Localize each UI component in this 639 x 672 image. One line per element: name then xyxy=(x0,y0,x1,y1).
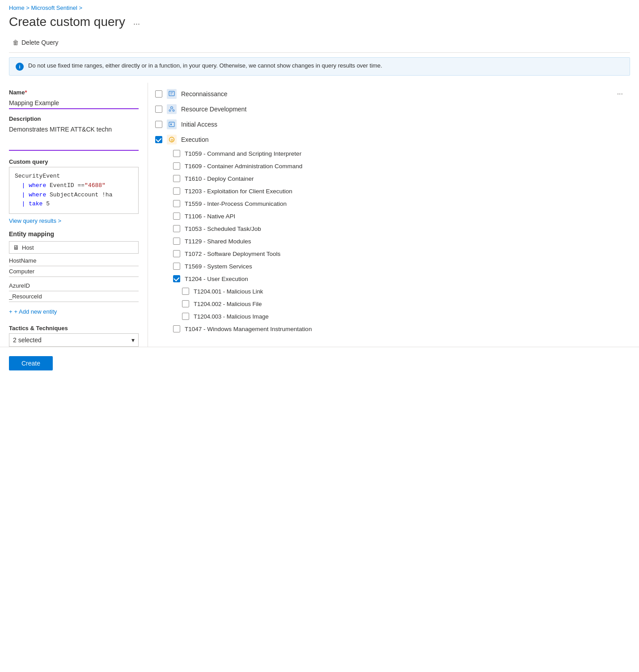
breadcrumb-sep1: > xyxy=(26,4,30,11)
checkbox-t1106[interactable] xyxy=(173,213,180,220)
info-icon: i xyxy=(16,63,24,71)
code-line-1: SecurityEvent xyxy=(15,172,133,181)
list-item-t1129: T1129 - Shared Modules xyxy=(148,235,630,247)
entity-type-host: Host xyxy=(22,244,34,251)
add-entity-button[interactable]: + + Add new entity xyxy=(9,306,57,318)
checkbox-t1203[interactable] xyxy=(173,187,180,195)
svg-point-4 xyxy=(169,110,171,111)
t1072-label: T1072 - Software Deployment Tools xyxy=(185,251,280,257)
checkbox-initial-access[interactable] xyxy=(155,121,162,128)
checkbox-t1204-002[interactable] xyxy=(182,300,189,307)
name-label: Name* xyxy=(9,89,139,96)
code-line-2: | where EventID == "4688" xyxy=(15,181,133,191)
page-header: Create custom query ... xyxy=(0,13,639,34)
info-banner: i Do not use fixed time ranges, either d… xyxy=(9,57,630,76)
add-entity-icon: + xyxy=(9,308,13,315)
list-item-t1610: T1610 - Deploy Container xyxy=(148,172,630,185)
breadcrumb-home[interactable]: Home xyxy=(9,4,25,11)
t1204-002-label: T1204.002 - Malicious File xyxy=(194,301,262,307)
custom-query-label: Custom query xyxy=(9,158,139,165)
t1203-label: T1203 - Exploitation for Client Executio… xyxy=(185,188,292,195)
list-item-t1204-003: T1204.003 - Malicious Image xyxy=(148,310,630,323)
list-item-recon: Reconnaissance ··· xyxy=(148,86,630,102)
list-item-t1609: T1609 - Container Administration Command xyxy=(148,160,630,172)
checkbox-resource-dev[interactable] xyxy=(155,106,162,113)
view-results-link[interactable]: View query results > xyxy=(9,217,61,224)
t1059-label: T1059 - Command and Scripting Interprete… xyxy=(185,150,301,157)
checkbox-t1204-003[interactable] xyxy=(182,313,189,320)
checkbox-t1053[interactable] xyxy=(173,225,180,232)
list-item-t1204-001: T1204.001 - Malicious Link xyxy=(148,285,630,298)
entity-field-hostname[interactable] xyxy=(9,255,139,266)
checkbox-t1609[interactable] xyxy=(173,162,180,170)
recon-icon xyxy=(167,89,177,99)
checkbox-t1204-001[interactable] xyxy=(182,288,189,295)
t1204-label: T1204 - User Execution xyxy=(185,276,248,282)
checkbox-t1204[interactable] xyxy=(173,275,180,282)
code-line-4: | take 5 xyxy=(15,200,133,209)
right-panel: Reconnaissance ··· Resource Development … xyxy=(148,83,630,347)
t1129-label: T1129 - Shared Modules xyxy=(185,238,251,245)
t1106-label: T1106 - Native API xyxy=(185,213,235,220)
checkbox-recon[interactable] xyxy=(155,90,162,98)
delete-label: Delete Query xyxy=(21,39,58,46)
more-dots-recon[interactable]: ··· xyxy=(617,90,623,98)
list-item-initial-access: Initial Access xyxy=(148,117,630,132)
technique-list: Reconnaissance ··· Resource Development … xyxy=(148,83,630,339)
breadcrumb-sentinel[interactable]: Microsoft Sentinel xyxy=(31,4,77,11)
execution-label: Execution xyxy=(181,136,208,143)
add-entity-label: + Add new entity xyxy=(14,308,57,315)
checkbox-execution[interactable] xyxy=(155,136,162,143)
list-item-t1569: T1569 - System Services xyxy=(148,260,630,272)
checkbox-t1559[interactable] xyxy=(173,200,180,207)
svg-point-3 xyxy=(171,107,173,109)
required-indicator: * xyxy=(25,89,27,96)
recon-label: Reconnaissance xyxy=(181,90,228,98)
more-options-button[interactable]: ... xyxy=(131,16,143,29)
list-item-execution: ⚙ Execution xyxy=(148,132,630,147)
t1047-label: T1047 - Windows Management Instrumentati… xyxy=(185,326,312,332)
t1610-label: T1610 - Deploy Container xyxy=(185,175,254,182)
svg-rect-0 xyxy=(169,91,174,96)
checkbox-t1047[interactable] xyxy=(173,325,180,332)
svg-point-5 xyxy=(173,110,174,111)
resource-dev-icon xyxy=(167,104,177,114)
checkbox-t1059[interactable] xyxy=(173,150,180,157)
page-title: Create custom query xyxy=(9,15,125,29)
create-button[interactable]: Create xyxy=(9,356,53,370)
info-text: Do not use fixed time ranges, either dir… xyxy=(28,62,382,69)
code-line-3: | where SubjectAccount !ha xyxy=(15,191,133,200)
t1053-label: T1053 - Scheduled Task/Job xyxy=(185,225,261,232)
tactics-dropdown[interactable]: 2 selected ▾ xyxy=(9,333,139,347)
checkbox-t1569[interactable] xyxy=(173,263,180,270)
entity-field-azureid[interactable] xyxy=(9,281,139,291)
tactics-value: 2 selected xyxy=(13,336,42,344)
checkbox-t1610[interactable] xyxy=(173,175,180,182)
entity-field-computer[interactable] xyxy=(9,266,139,277)
breadcrumb-sep2: > xyxy=(79,4,82,11)
host-icon: 🖥 xyxy=(13,244,19,251)
trash-icon: 🗑 xyxy=(13,39,19,46)
list-item-t1204-002: T1204.002 - Malicious File xyxy=(148,298,630,310)
divider xyxy=(9,52,630,53)
entity-row-host: 🖥 Host xyxy=(9,241,139,277)
entity-mapping-label: Entity mapping xyxy=(9,230,139,238)
entity-field-resourceid[interactable] xyxy=(9,291,139,302)
description-input[interactable]: Demonstrates MITRE ATT&CK techn xyxy=(9,124,139,151)
entity-row-azure xyxy=(9,281,139,302)
description-label: Description xyxy=(9,115,139,122)
list-item-t1059: T1059 - Command and Scripting Interprete… xyxy=(148,147,630,160)
list-item-t1559: T1559 - Inter-Process Communication xyxy=(148,197,630,210)
delete-query-button[interactable]: 🗑 Delete Query xyxy=(9,37,62,48)
list-item-t1047: T1047 - Windows Management Instrumentati… xyxy=(148,323,630,335)
name-input[interactable] xyxy=(9,98,139,109)
t1204-001-label: T1204.001 - Malicious Link xyxy=(194,288,263,295)
checkbox-t1072[interactable] xyxy=(173,250,180,257)
list-item-t1106: T1106 - Native API xyxy=(148,210,630,222)
chevron-down-icon: ▾ xyxy=(131,336,135,344)
list-item-t1204: T1204 - User Execution xyxy=(148,272,630,285)
list-item-t1203: T1203 - Exploitation for Client Executio… xyxy=(148,185,630,197)
left-panel: Name* Description Demonstrates MITRE ATT… xyxy=(9,83,148,347)
checkbox-t1129[interactable] xyxy=(173,238,180,245)
query-editor[interactable]: SecurityEvent | where EventID == "4688" … xyxy=(9,167,139,214)
